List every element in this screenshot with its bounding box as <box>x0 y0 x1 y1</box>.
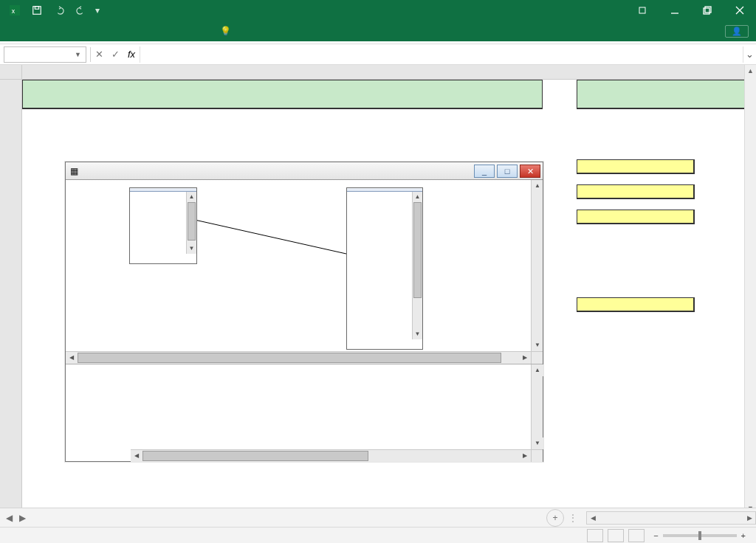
query-window-icon: ▦ <box>66 166 82 176</box>
name-box[interactable]: ▼ <box>4 46 86 63</box>
query-grid: ▲▼ ◀▶ <box>66 364 543 462</box>
svg-text:x: x <box>12 7 16 15</box>
redo-icon[interactable] <box>71 1 92 19</box>
design-vscroll[interactable]: ▲▼ <box>531 180 543 351</box>
grid-vscroll[interactable]: ▲▼ <box>531 364 543 449</box>
design-scroll-corner <box>531 351 543 364</box>
table-scroll-shain[interactable]: ▲▼ <box>412 192 422 339</box>
table-box-busho[interactable]: ▲▼ <box>129 187 197 264</box>
query-maximize-button[interactable]: □ <box>497 165 518 178</box>
expand-formula-icon[interactable]: ⌄ <box>743 46 756 63</box>
cells[interactable]: ▦ _ □ ✕ ▲▼ <box>22 80 744 515</box>
cell-label-sql[interactable] <box>577 210 695 224</box>
cell-label-query-name[interactable] <box>577 159 695 174</box>
query-design-surface[interactable]: ▲▼ ▲▼ ▲▼ ◀▶ <box>66 180 543 364</box>
sheet-next-icon[interactable]: ▶ <box>16 513 28 523</box>
worksheet-vscroll[interactable]: ▲ ▼ <box>744 65 756 515</box>
tellme-search[interactable]: 💡 <box>220 26 234 36</box>
cell-label-prop[interactable] <box>577 297 695 312</box>
query-designer-window: ▦ _ □ ✕ ▲▼ <box>65 162 543 462</box>
scroll-up-icon[interactable]: ▲ <box>745 65 756 77</box>
chevron-down-icon[interactable]: ▼ <box>75 51 81 58</box>
maximize-icon[interactable] <box>691 0 724 21</box>
svg-rect-7 <box>705 7 711 13</box>
zoom-controls: − + <box>653 531 750 540</box>
enter-icon[interactable]: ✓ <box>107 49 123 60</box>
page-break-view-button[interactable] <box>628 529 645 542</box>
qat-dropdown-icon[interactable]: ▾ <box>93 1 102 19</box>
titlebar: x ▾ <box>0 0 756 21</box>
sheet-divider: ⋮ <box>564 513 582 523</box>
new-sheet-button[interactable]: + <box>546 509 564 527</box>
zoom-in-button[interactable]: + <box>741 531 746 540</box>
svg-rect-4 <box>639 7 645 13</box>
svg-rect-2 <box>33 7 41 15</box>
cell-label-desc[interactable] <box>577 184 695 199</box>
hscroll-right-icon[interactable]: ▶ <box>743 512 755 524</box>
query-minimize-button[interactable]: _ <box>474 165 495 178</box>
formula-input[interactable] <box>140 46 743 63</box>
column-headers <box>0 65 744 80</box>
svg-line-10 <box>188 218 346 254</box>
design-hscroll[interactable]: ◀▶ <box>66 351 531 364</box>
query-close-button[interactable]: ✕ <box>520 165 540 178</box>
cell-title-2[interactable] <box>577 80 754 109</box>
view-buttons <box>587 529 645 542</box>
worksheet-grid: ▦ _ □ ✕ ▲▼ <box>0 65 756 515</box>
undo-icon[interactable] <box>49 1 69 19</box>
cancel-icon[interactable]: ✕ <box>91 49 107 60</box>
sheet-prev-icon[interactable]: ◀ <box>3 513 15 523</box>
share-button[interactable]: 👤 <box>725 25 749 38</box>
sheet-nav[interactable]: ◀▶ <box>0 513 31 523</box>
fx-icon[interactable]: fx <box>123 49 140 60</box>
page-layout-view-button[interactable] <box>608 529 624 542</box>
zoom-out-button[interactable]: − <box>653 531 658 540</box>
ribbon-options-icon[interactable] <box>626 0 659 21</box>
excel-icon: x <box>4 1 25 19</box>
status-bar: − + <box>0 527 756 543</box>
table-scroll-busho[interactable]: ▲▼ <box>186 192 196 254</box>
close-icon[interactable] <box>724 0 756 21</box>
window-controls <box>626 0 756 21</box>
svg-rect-3 <box>35 7 38 10</box>
hscroll-left-icon[interactable]: ◀ <box>587 512 599 524</box>
row-headers <box>0 80 22 515</box>
query-designer-body: ▲▼ ▲▼ ▲▼ ◀▶ <box>66 180 543 462</box>
normal-view-button[interactable] <box>587 529 603 542</box>
select-all-corner[interactable] <box>0 65 22 79</box>
table-box-shain[interactable]: ▲▼ <box>346 187 423 350</box>
quick-access-toolbar: x ▾ <box>0 1 102 19</box>
query-designer-titlebar: ▦ _ □ ✕ <box>66 162 543 180</box>
formula-bar: ▼ ✕ ✓ fx ⌄ <box>0 44 756 65</box>
grid-scroll-corner <box>531 449 543 462</box>
sheet-tabs: ◀▶ + ⋮ ◀▶ <box>0 508 756 527</box>
save-icon[interactable] <box>27 1 47 19</box>
cell-title-1[interactable] <box>22 80 543 109</box>
zoom-slider[interactable] <box>663 534 737 537</box>
minimize-icon[interactable] <box>659 0 691 21</box>
worksheet-hscroll[interactable]: ◀▶ <box>586 511 756 525</box>
query-grid-table[interactable] <box>131 364 531 449</box>
ribbon-tabs: 💡 👤 <box>0 21 756 41</box>
svg-rect-6 <box>704 8 709 14</box>
grid-hscroll[interactable]: ◀▶ <box>131 449 531 462</box>
query-grid-labels <box>66 364 131 449</box>
lightbulb-icon: 💡 <box>220 26 231 36</box>
